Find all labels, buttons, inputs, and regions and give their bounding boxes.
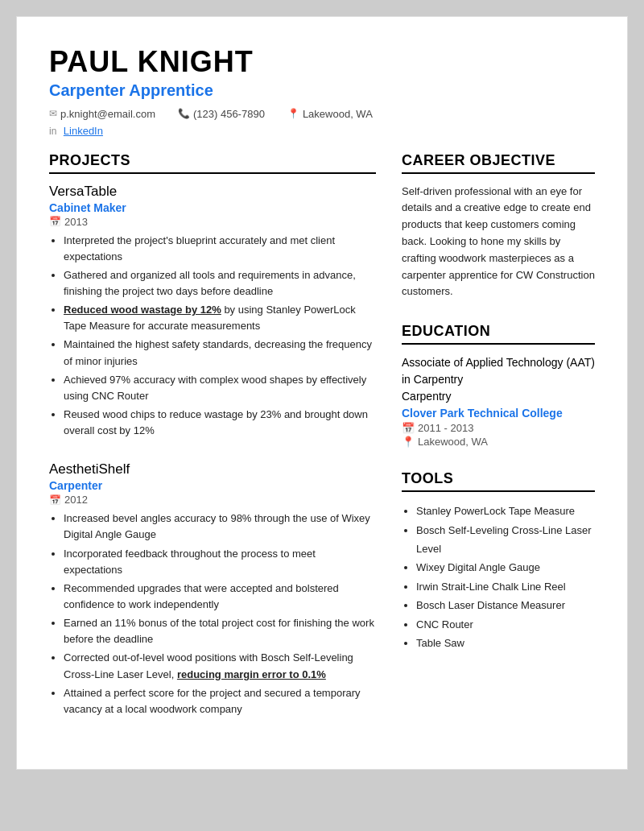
bullet-item: Attained a perfect score for the project… <box>64 685 376 717</box>
project-1-name: VersaTable <box>49 184 376 200</box>
tool-item: CNC Router <box>416 615 595 634</box>
linkedin-row: in LinkedIn <box>49 123 595 138</box>
edu-calendar-icon: 📅 <box>402 422 415 434</box>
tool-item: Table Saw <box>416 634 595 652</box>
contact-row: ✉ p.knight@email.com 📞 (123) 456-7890 📍 … <box>49 108 595 120</box>
bullet-item: Interpreted the project's blueprint accu… <box>64 233 376 265</box>
edu-location: 📍 Lakewood, WA <box>402 436 595 448</box>
bullet-item: Reduced wood wastage by 12% by using Sta… <box>64 302 376 334</box>
tool-item: Irwin Strait-Line Chalk Line Reel <box>416 577 595 596</box>
bullet-item: Achieved 97% accuracy with complex wood … <box>64 372 376 404</box>
email-value: p.knight@email.com <box>60 108 155 120</box>
edu-years: 📅 2011 - 2013 <box>402 422 595 434</box>
calendar-icon-2: 📅 <box>49 494 61 506</box>
linkedin-link[interactable]: LinkedIn <box>64 125 103 137</box>
edu-location-icon: 📍 <box>402 436 415 448</box>
bullet-item: Maintained the highest safety standards,… <box>64 337 376 369</box>
project-1-role: Cabinet Maker <box>49 201 376 214</box>
project-2-bullets: Increased bevel angles accuracy to 98% t… <box>49 511 376 717</box>
project-2-name: AesthetiShelf <box>49 461 376 478</box>
edu-degree: Associate of Applied Technology (AAT) in… <box>402 354 595 405</box>
bullet-item: Incorporated feedback throughout the pro… <box>64 546 376 578</box>
edu-location-value: Lakewood, WA <box>418 436 488 448</box>
tools-list: Stanley PowerLock Tape Measure Bosch Sel… <box>402 502 595 652</box>
bullet-item: Increased bevel angles accuracy to 98% t… <box>64 511 376 543</box>
header: PAUL KNIGHT Carpenter Apprentice ✉ p.kni… <box>49 46 595 138</box>
tool-item: Bosch Laser Distance Measurer <box>416 596 595 614</box>
highlight-text: Reduced wood wastage by 12% <box>64 304 221 316</box>
education-section-title: EDUCATION <box>402 323 595 345</box>
resume-container: PAUL KNIGHT Carpenter Apprentice ✉ p.kni… <box>16 16 628 770</box>
tools-section: TOOLS Stanley PowerLock Tape Measure Bos… <box>402 470 595 652</box>
tools-section-title: TOOLS <box>402 470 595 492</box>
phone-icon: 📞 <box>178 108 190 119</box>
education-section: EDUCATION Associate of Applied Technolog… <box>402 323 595 448</box>
candidate-name: PAUL KNIGHT <box>49 46 595 78</box>
project-versatable: VersaTable Cabinet Maker 📅 2013 Interpre… <box>49 184 376 440</box>
projects-section-title: PROJECTS <box>49 152 376 174</box>
tool-item: Bosch Self-Leveling Cross-Line Laser Lev… <box>416 521 595 559</box>
email-icon: ✉ <box>49 108 57 119</box>
bullet-item: Recommended upgrades that were accepted … <box>64 581 376 613</box>
location-item: 📍 Lakewood, WA <box>287 108 373 120</box>
location-icon: 📍 <box>287 108 299 119</box>
candidate-title: Carpenter Apprentice <box>49 81 595 100</box>
project-aesthetishelf: AesthetiShelf Carpenter 📅 2012 Increased… <box>49 461 376 717</box>
project-2-year: 📅 2012 <box>49 494 376 506</box>
project-2-role: Carpenter <box>49 479 376 492</box>
bullet-item: Reused wood chips to reduce wastage by 2… <box>64 407 376 439</box>
phone-value: (123) 456-7890 <box>193 108 265 120</box>
project-1-year-value: 2013 <box>64 216 88 228</box>
email-item: ✉ p.knight@email.com <box>49 108 155 120</box>
edu-years-value: 2011 - 2013 <box>418 422 473 434</box>
linkedin-icon: in <box>49 126 56 137</box>
left-column: PROJECTS VersaTable Cabinet Maker 📅 2013… <box>49 152 376 740</box>
highlight-text-2: reducing margin error to 0.1% <box>177 668 326 680</box>
project-2-year-value: 2012 <box>64 494 88 506</box>
bullet-item: Gathered and organized all tools and req… <box>64 267 376 300</box>
tool-item: Wixey Digital Angle Gauge <box>416 558 595 577</box>
career-objective-text: Self-driven professional with an eye for… <box>402 184 595 301</box>
calendar-icon-1: 📅 <box>49 216 61 227</box>
main-layout: PROJECTS VersaTable Cabinet Maker 📅 2013… <box>49 152 595 740</box>
bullet-item: Earned an 11% bonus of the total project… <box>64 615 376 647</box>
right-column: CAREER OBJECTIVE Self-driven professiona… <box>402 152 595 740</box>
location-value: Lakewood, WA <box>303 108 373 120</box>
bullet-item: Corrected out-of-level wood positions wi… <box>64 650 376 682</box>
career-section-title: CAREER OBJECTIVE <box>402 152 595 174</box>
phone-item: 📞 (123) 456-7890 <box>178 108 265 120</box>
career-objective-section: CAREER OBJECTIVE Self-driven professiona… <box>402 152 595 301</box>
edu-school: Clover Park Technical College <box>402 407 595 420</box>
project-1-year: 📅 2013 <box>49 216 376 228</box>
tool-item: Stanley PowerLock Tape Measure <box>416 502 595 520</box>
project-1-bullets: Interpreted the project's blueprint accu… <box>49 233 376 440</box>
